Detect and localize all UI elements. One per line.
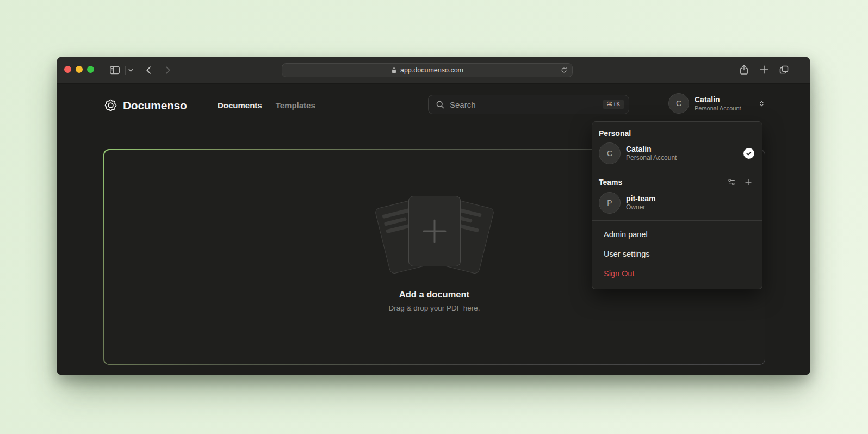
tab-overview-icon[interactable] bbox=[778, 64, 790, 76]
new-tab-icon[interactable] bbox=[759, 64, 770, 75]
nav-link-templates[interactable]: Templates bbox=[276, 101, 315, 110]
avatar: C bbox=[668, 93, 689, 114]
titlebar-divider bbox=[125, 66, 126, 75]
dropzone-content: Add a document Drag & drop your PDF here… bbox=[367, 196, 503, 312]
personal-account-subtitle: Personal Account bbox=[626, 154, 743, 162]
forward-button-icon[interactable] bbox=[162, 65, 173, 76]
dropzone-subtitle: Drag & drop your PDF here. bbox=[367, 304, 503, 312]
team-texts: pit-team Owner bbox=[626, 194, 755, 212]
documents-illustration bbox=[367, 196, 503, 277]
account-texts: Catalin Personal Account bbox=[695, 95, 753, 112]
menu-item-admin-panel[interactable]: Admin panel bbox=[592, 225, 762, 244]
account-type: Personal Account bbox=[695, 104, 753, 112]
browser-window: app.documenso.com bbox=[57, 57, 810, 375]
teams-section-label: Teams bbox=[599, 178, 727, 187]
personal-account-texts: Catalin Personal Account bbox=[626, 145, 743, 162]
menu-item-sign-out[interactable]: Sign Out bbox=[592, 264, 762, 283]
nav-link-documents[interactable]: Documents bbox=[218, 101, 262, 110]
zoom-window-button[interactable] bbox=[87, 66, 94, 73]
page-content: Documenso Documents Templates ⌘+K C Cata… bbox=[57, 84, 810, 375]
brand[interactable]: Documenso bbox=[103, 98, 187, 113]
account-name: Catalin bbox=[695, 95, 753, 104]
plus-icon bbox=[421, 218, 448, 245]
tab-group-chevron-icon[interactable] bbox=[128, 67, 134, 73]
account-dropdown-menu: Personal C Catalin Personal Account Team… bbox=[592, 121, 762, 289]
chevrons-up-down-icon bbox=[758, 100, 766, 108]
traffic-lights bbox=[64, 66, 94, 73]
dropzone-title: Add a document bbox=[367, 289, 503, 300]
personal-account-name: Catalin bbox=[626, 145, 743, 154]
menu-items: Admin panel User settings Sign Out bbox=[592, 221, 762, 289]
address-bar[interactable]: app.documenso.com bbox=[282, 63, 573, 77]
personal-account-item[interactable]: C Catalin Personal Account bbox=[599, 142, 755, 164]
document-card-add bbox=[408, 196, 461, 266]
minimize-window-button[interactable] bbox=[76, 66, 83, 73]
team-role: Owner bbox=[626, 203, 755, 212]
team-item[interactable]: P pit-team Owner bbox=[599, 192, 755, 214]
team-name: pit-team bbox=[626, 194, 755, 203]
browser-titlebar: app.documenso.com bbox=[57, 57, 810, 84]
sidebar-toggle-icon[interactable] bbox=[109, 64, 121, 76]
brand-name: Documenso bbox=[123, 99, 187, 112]
app-navbar: Documenso Documents Templates ⌘+K C Cata… bbox=[57, 84, 810, 125]
personal-section: Personal C Catalin Personal Account bbox=[592, 122, 762, 171]
menu-item-user-settings[interactable]: User settings bbox=[592, 244, 762, 264]
teams-actions bbox=[727, 178, 753, 187]
share-icon[interactable] bbox=[739, 64, 749, 76]
search-bar[interactable]: ⌘+K bbox=[428, 95, 629, 114]
selected-check-icon bbox=[743, 148, 754, 159]
search-input[interactable] bbox=[450, 100, 603, 109]
avatar: P bbox=[599, 192, 621, 214]
reload-icon[interactable] bbox=[560, 66, 568, 76]
account-menu-trigger[interactable]: C Catalin Personal Account bbox=[668, 93, 766, 114]
search-icon bbox=[436, 100, 445, 109]
search-shortcut-badge: ⌘+K bbox=[603, 100, 624, 109]
url-text: app.documenso.com bbox=[400, 66, 463, 74]
back-button-icon[interactable] bbox=[144, 65, 154, 76]
personal-section-label: Personal bbox=[599, 127, 755, 142]
manage-teams-icon[interactable] bbox=[727, 178, 736, 187]
teams-header: Teams bbox=[599, 177, 755, 192]
lock-icon bbox=[391, 67, 397, 74]
teams-section: Teams P pit-t bbox=[592, 171, 762, 220]
close-window-button[interactable] bbox=[64, 66, 71, 73]
create-team-icon[interactable] bbox=[744, 178, 753, 187]
avatar: C bbox=[599, 142, 621, 164]
documenso-logo-icon bbox=[103, 98, 118, 113]
nav-links: Documents Templates bbox=[218, 101, 315, 110]
